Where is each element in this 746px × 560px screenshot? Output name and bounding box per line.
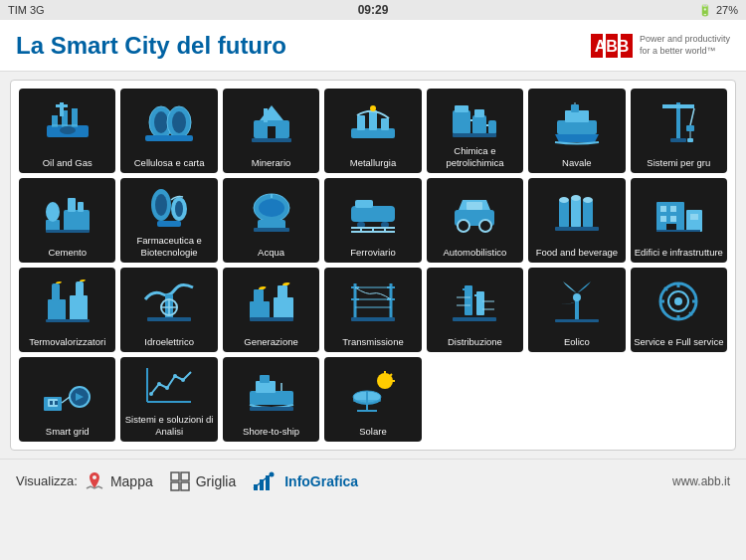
- svg-rect-30: [455, 105, 468, 112]
- grid-item-label-hydro: Idroelettrico: [122, 336, 215, 347]
- grid-item-naval[interactable]: Navale: [528, 89, 625, 173]
- grid-item-solar[interactable]: Solare: [324, 357, 421, 442]
- grid-item-crane[interactable]: Sistemi per gru: [631, 89, 727, 173]
- grid-item-smartgrid[interactable]: Smart grid: [19, 357, 115, 442]
- grid-item-label-smartgrid: Smart grid: [21, 426, 113, 437]
- smartgrid-icon: [21, 361, 113, 423]
- svg-rect-18: [145, 135, 193, 141]
- grid-item-analysis[interactable]: Sistemi e soluzioni di Analisi: [120, 357, 217, 442]
- svg-rect-90: [660, 216, 666, 222]
- grid-item-label-solar: Solare: [326, 426, 419, 437]
- nav-infografica[interactable]: InfoGrafica: [252, 470, 358, 492]
- svg-point-83: [571, 195, 581, 201]
- grid-item-building[interactable]: Edifici e infrastrutture: [631, 178, 727, 263]
- grid-item-distribution[interactable]: Distribuzione: [427, 268, 523, 352]
- svg-rect-104: [147, 317, 191, 321]
- svg-point-58: [175, 201, 183, 217]
- grid-item-metal[interactable]: Metallurgia: [324, 89, 421, 173]
- naval-icon: [530, 93, 623, 154]
- hydro-icon: [122, 272, 215, 333]
- svg-point-28: [370, 105, 376, 111]
- generation-icon: [225, 272, 317, 333]
- svg-rect-144: [55, 401, 58, 405]
- grid-item-cement[interactable]: Cemento: [19, 178, 115, 263]
- pharma-icon: [122, 182, 215, 232]
- grid-item-label-paper: Cellulosa e carta: [122, 157, 215, 168]
- grid-item-rail[interactable]: Ferroviario: [324, 178, 421, 263]
- grid-item-auto[interactable]: Automobilistico: [427, 178, 523, 263]
- grid-item-label-mining: Minerario: [225, 157, 317, 168]
- svg-rect-65: [351, 206, 395, 222]
- svg-rect-81: [583, 200, 593, 228]
- svg-rect-80: [571, 198, 581, 228]
- crane-icon: [633, 93, 725, 154]
- grid-item-hydro[interactable]: Idroelettrico: [120, 268, 217, 352]
- svg-rect-53: [78, 202, 84, 212]
- grid-item-water[interactable]: Acqua: [223, 178, 319, 263]
- svg-rect-98: [76, 281, 84, 297]
- termo-icon: [21, 272, 113, 333]
- svg-rect-31: [472, 115, 486, 134]
- footer-nav: Mappa Griglia InfoGra: [84, 470, 358, 492]
- svg-point-150: [173, 374, 177, 378]
- svg-rect-94: [656, 230, 700, 232]
- svg-marker-38: [555, 134, 599, 142]
- svg-point-151: [181, 378, 185, 382]
- cement-icon: [21, 182, 113, 244]
- battery-level: 27%: [716, 4, 738, 16]
- grid-item-service[interactable]: Service e Full service: [631, 268, 727, 352]
- grid-item-paper[interactable]: Cellulosa e carta: [120, 89, 217, 173]
- svg-rect-96: [70, 295, 88, 321]
- svg-rect-22: [252, 138, 291, 142]
- svg-point-76: [458, 220, 469, 232]
- grid-item-label-wind: Eolico: [530, 336, 623, 347]
- svg-rect-36: [453, 133, 496, 137]
- page-title: La Smart City del futuro: [16, 32, 286, 60]
- svg-marker-20: [260, 105, 283, 120]
- svg-rect-63: [254, 228, 289, 232]
- svg-rect-154: [260, 375, 270, 383]
- grid-item-generation[interactable]: Generazione: [223, 268, 319, 352]
- svg-point-84: [583, 197, 593, 203]
- service-icon: [633, 272, 725, 333]
- grid-item-label-metal: Metallurgia: [326, 157, 419, 168]
- nav-griglia[interactable]: Griglia: [169, 470, 236, 492]
- svg-rect-13: [56, 104, 68, 107]
- grid-item-termo[interactable]: Termovalorizzatori: [19, 268, 115, 352]
- svg-rect-37: [557, 120, 597, 134]
- carrier: TIM 3G: [8, 4, 45, 16]
- chemical-icon: [429, 93, 521, 142]
- grid-item-ship[interactable]: Shore-to-ship: [223, 357, 319, 442]
- svg-rect-97: [52, 283, 60, 301]
- nav-mappa[interactable]: Mappa: [84, 470, 153, 492]
- grid-item-label-distribution: Distribuzione: [429, 336, 521, 347]
- grid-item-label-oil: Oil and Gas: [21, 157, 113, 168]
- rail-icon: [326, 182, 419, 244]
- footer: Visualizza: Mappa Griglia: [0, 459, 746, 502]
- grid-item-mining[interactable]: Minerario: [223, 89, 319, 173]
- grid-item-wind[interactable]: Eolico: [528, 268, 625, 352]
- svg-point-11: [60, 126, 76, 134]
- svg-rect-85: [555, 227, 599, 231]
- svg-rect-29: [453, 110, 470, 134]
- svg-point-148: [157, 382, 161, 386]
- svg-rect-106: [274, 297, 293, 319]
- metal-icon: [326, 93, 419, 154]
- svg-rect-33: [488, 120, 496, 134]
- grid-item-oil[interactable]: Oil and Gas: [19, 89, 115, 173]
- grid-item-label-naval: Navale: [530, 157, 623, 168]
- svg-rect-168: [181, 472, 189, 480]
- grid-item-transmission[interactable]: Transmissione: [324, 268, 421, 352]
- svg-rect-59: [157, 221, 181, 227]
- main-content: Oil and Gas Cellulosa e carta Minerario …: [10, 80, 736, 451]
- svg-rect-32: [474, 109, 484, 117]
- status-right: 🔋 27%: [698, 4, 738, 17]
- grid-item-pharma[interactable]: Farmaceutica e Biotecnologie: [120, 178, 217, 263]
- svg-rect-87: [686, 210, 702, 232]
- griglia-label: Griglia: [196, 473, 236, 489]
- mappa-label: Mappa: [110, 473, 153, 489]
- grid-item-chemical[interactable]: Chimica e petrolichimica: [427, 89, 523, 173]
- mining-icon: [225, 93, 317, 154]
- grid-item-food[interactable]: Food and beverage: [528, 178, 625, 263]
- svg-point-61: [259, 199, 284, 217]
